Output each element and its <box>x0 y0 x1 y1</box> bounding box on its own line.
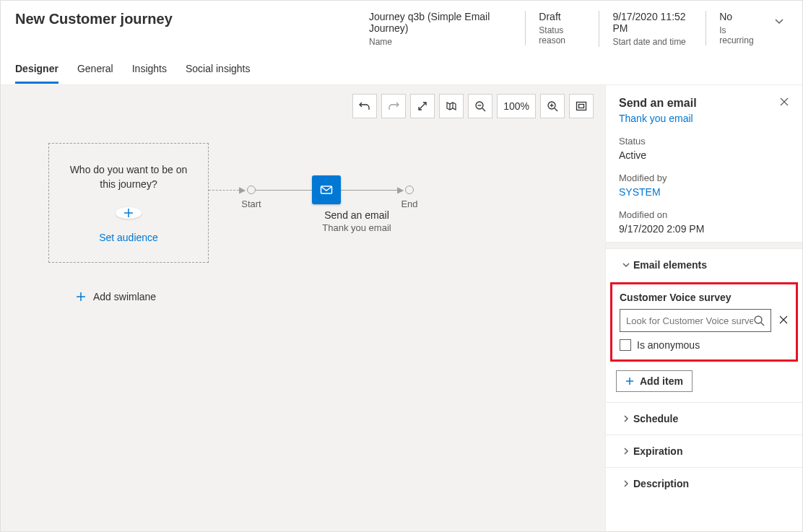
redo-button[interactable] <box>381 94 406 118</box>
header-field-name[interactable]: Journey q3b (Simple Email Journey) Name <box>369 11 525 47</box>
zoom-out-button[interactable] <box>468 94 492 118</box>
chevron-right-icon <box>619 447 633 455</box>
tab-designer[interactable]: Designer <box>15 63 58 84</box>
survey-label: Customer Voice survey <box>620 292 789 303</box>
svg-rect-10 <box>577 103 586 110</box>
undo-button[interactable] <box>352 94 377 118</box>
minimap-button[interactable] <box>439 94 464 118</box>
plus-icon <box>76 292 86 302</box>
panel-title: Send an email <box>619 97 697 110</box>
page-title: New Customer journey <box>15 11 369 27</box>
header-expand-button[interactable] <box>771 11 788 33</box>
status-label: Status <box>619 136 789 147</box>
modifiedby-label: Modified by <box>619 173 789 183</box>
fit-to-screen-button[interactable] <box>569 94 594 118</box>
modifiedon-label: Modified on <box>619 209 789 220</box>
section-email-elements[interactable]: Email elements <box>606 249 802 281</box>
set-audience-link[interactable]: Set audience <box>99 232 158 243</box>
header-field-status[interactable]: Draft Status reason <box>525 11 599 45</box>
email-tile-caption: Send an email Thank you email <box>310 209 404 233</box>
record-header: New Customer journey Journey q3b (Simple… <box>1 1 802 47</box>
section-expiration[interactable]: Expiration <box>606 435 802 467</box>
chevron-down-icon <box>619 261 633 269</box>
tab-insights[interactable]: Insights <box>132 63 167 84</box>
mail-icon <box>319 183 334 197</box>
plus-icon <box>625 377 634 385</box>
customer-voice-survey-area: Customer Voice survey Is anonymous <box>610 282 798 362</box>
survey-lookup[interactable] <box>620 309 771 332</box>
audience-placeholder[interactable]: Who do you want to be on this journey? S… <box>48 143 209 263</box>
properties-panel: Send an email Thank you email Status Act… <box>605 84 802 532</box>
add-audience-button[interactable] <box>116 207 142 219</box>
checkbox-icon <box>620 339 631 351</box>
header-field-startdate[interactable]: 9/17/2020 11:52 PM Start date and time <box>599 11 706 47</box>
svg-point-19 <box>755 316 762 323</box>
zoom-level[interactable]: 100% <box>497 94 536 118</box>
svg-line-4 <box>482 108 485 111</box>
zoom-in-button[interactable] <box>540 94 565 118</box>
modifiedon-value: 9/17/2020 2:09 PM <box>619 223 789 235</box>
survey-lookup-input[interactable] <box>626 315 753 326</box>
chevron-right-icon <box>619 479 633 488</box>
svg-line-20 <box>761 323 764 326</box>
add-item-button[interactable]: Add item <box>616 370 693 392</box>
modifiedby-value[interactable]: SYSTEM <box>619 186 789 198</box>
tab-bar: Designer General Insights Social insight… <box>1 47 802 84</box>
expand-button[interactable] <box>410 94 435 118</box>
svg-line-0 <box>419 103 426 110</box>
panel-close-button[interactable] <box>779 97 789 109</box>
header-field-recurring[interactable]: No Is recurring <box>706 11 771 45</box>
send-email-tile[interactable] <box>312 175 341 204</box>
end-node[interactable]: End <box>405 186 414 194</box>
svg-rect-11 <box>579 105 584 108</box>
svg-line-7 <box>555 108 557 111</box>
tab-general[interactable]: General <box>77 63 113 84</box>
designer-canvas[interactable]: 100% Who do you want to be on this journ… <box>1 84 605 532</box>
tab-social-insights[interactable]: Social insights <box>186 63 251 84</box>
add-swimlane-button[interactable]: Add swimlane <box>76 291 156 302</box>
audience-question: Who do you want to be on this journey? <box>62 162 195 191</box>
close-icon <box>778 315 789 325</box>
is-anonymous-checkbox[interactable]: Is anonymous <box>620 339 789 351</box>
status-value: Active <box>619 149 789 161</box>
arrow-right-icon: ▶ <box>397 185 404 195</box>
panel-record-link[interactable]: Thank you email <box>619 113 789 124</box>
start-node[interactable]: Start <box>247 186 256 194</box>
section-schedule[interactable]: Schedule <box>606 402 802 435</box>
journey-flow: ▶ Start ▶ End <box>209 175 414 204</box>
arrow-right-icon: ▶ <box>239 185 246 195</box>
section-description[interactable]: Description <box>606 467 802 500</box>
chevron-right-icon <box>619 414 633 423</box>
search-icon <box>753 315 765 326</box>
canvas-toolbar: 100% <box>352 94 594 118</box>
survey-remove-button[interactable] <box>778 315 789 327</box>
close-icon <box>779 97 789 107</box>
